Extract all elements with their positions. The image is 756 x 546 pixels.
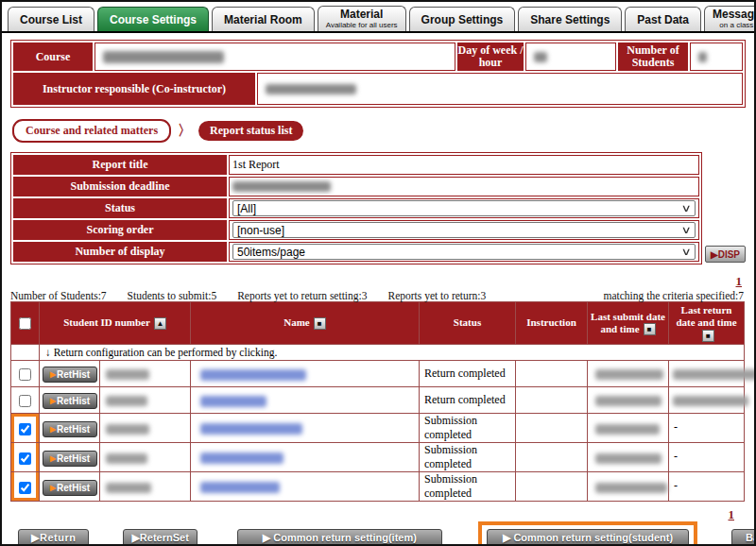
rethist-button-label: RetHist	[57, 453, 90, 464]
tab-material-room[interactable]: Material Room	[212, 7, 315, 31]
redacted-name-link[interactable]	[200, 396, 266, 407]
student-id-cell	[100, 413, 191, 442]
sort-icon[interactable]: ■	[314, 317, 326, 330]
stat-matching-criteria: matching the criteria specified:7	[604, 290, 744, 301]
tab-label: Group Settings	[421, 13, 504, 26]
last-return-cell	[669, 360, 745, 386]
rethist-button[interactable]: ▶RetHist	[43, 451, 97, 467]
tab-sublabel: on a class	[713, 21, 756, 29]
tab-message[interactable]: Messageon a class	[704, 6, 756, 31]
num-students-value	[690, 43, 743, 71]
number-of-display-cell: 50items/page∨	[229, 242, 699, 262]
status-select[interactable]: [All]∨	[232, 200, 696, 216]
last-return-cell: -	[669, 442, 745, 471]
disp-button[interactable]: ▶DISP	[705, 246, 746, 263]
common-return-setting-student-button[interactable]: ▶ Common return setting(student)	[487, 529, 689, 546]
row-checkbox[interactable]	[19, 423, 31, 435]
row-checkbox[interactable]	[19, 452, 31, 465]
number-of-display-select[interactable]: 50items/page∨	[232, 244, 696, 260]
tab-course-settings[interactable]: Course Settings	[97, 7, 209, 31]
filter-table: Report title 1st Report Submission deadl…	[10, 152, 702, 264]
tab-course-list[interactable]: Course List	[8, 7, 94, 31]
scoring-order-label: Scoring order	[13, 220, 227, 240]
redacted-student-id	[106, 453, 147, 464]
select-all-checkbox[interactable]	[19, 317, 31, 330]
redacted-name-link[interactable]	[200, 452, 284, 464]
tab-label: Past Data	[637, 13, 689, 26]
redacted-deadline-value	[232, 181, 331, 192]
breadcrumb: Course and related matters 〉 Report stat…	[12, 119, 746, 143]
instruction-cell	[516, 471, 588, 501]
redacted-last-submit	[595, 396, 662, 406]
day-of-week-label: Day of week / hour	[457, 43, 524, 71]
row-checkbox[interactable]	[19, 368, 31, 381]
scoring-order-select[interactable]: [non-use]∨	[232, 222, 696, 238]
row-checkbox-cell	[11, 442, 40, 471]
tab-label: Course Settings	[110, 13, 197, 26]
chevron-down-icon: ∨	[680, 246, 691, 258]
page-1-link-bottom[interactable]: 1	[729, 507, 735, 521]
return-button[interactable]: ▶Return	[18, 529, 89, 546]
highlight-box-common-student: ▶ Common return setting(student)	[478, 521, 697, 546]
course-info-table: Course Day of week / hour Number of Stud…	[10, 40, 746, 108]
redacted-student-id	[106, 396, 147, 406]
redacted-last-submit	[595, 424, 660, 435]
redacted-day-value	[534, 52, 547, 62]
rethist-button[interactable]: ▶RetHist	[43, 480, 97, 496]
tab-past-data[interactable]: Past Data	[625, 7, 701, 31]
header-select-all-cell	[11, 302, 40, 345]
instructor-label: Instructor responsible (Co-instructor)	[13, 73, 255, 105]
tab-material[interactable]: MaterialAvailable for all users	[318, 6, 406, 31]
last-return-header-label: Last return date and time	[676, 304, 736, 328]
number-of-display-label: Number of display	[13, 242, 227, 262]
sort-asc-icon[interactable]: ▲	[154, 317, 166, 330]
last-return-cell: -	[669, 413, 745, 442]
instruction-cell	[516, 386, 588, 413]
status-filter-label: Status	[13, 198, 227, 218]
status-cell: Return completed	[420, 386, 516, 413]
stat-students-to-submit: Students to submit:5	[128, 290, 217, 301]
last-submit-cell	[588, 413, 669, 442]
rethist-button-label: RetHist	[57, 396, 90, 406]
redacted-course-name	[103, 51, 224, 63]
tab-share-settings[interactable]: Share Settings	[518, 7, 622, 31]
redacted-name-link[interactable]	[200, 369, 306, 381]
common-return-setting-item-button[interactable]: ▶ Common return setting(item)	[237, 529, 442, 546]
header-last-return: Last return date and time■	[669, 302, 745, 345]
last-submit-cell	[588, 386, 669, 413]
return-config-note: ↓ Return configuration can be performed …	[40, 344, 745, 360]
status-select-value: [All]	[237, 202, 256, 215]
sort-icon[interactable]: ■	[702, 330, 714, 342]
redacted-student-id	[106, 483, 151, 493]
reternset-button[interactable]: ▶ReternSet	[123, 529, 197, 546]
redacted-name-link[interactable]	[200, 482, 280, 493]
table-note-row: ↓ Return configuration can be performed …	[11, 344, 745, 360]
scoring-order-select-value: [non-use]	[237, 224, 284, 237]
redacted-name-link[interactable]	[200, 423, 302, 435]
sort-icon[interactable]: ■	[644, 323, 656, 335]
tab-group-settings[interactable]: Group Settings	[409, 7, 516, 31]
status-filter-cell: [All]∨	[229, 198, 699, 218]
rethist-button[interactable]: ▶RetHist	[43, 421, 97, 437]
redacted-last-submit	[595, 483, 667, 493]
report-title-label: Report title	[13, 155, 227, 175]
header-status: Status	[420, 302, 516, 345]
table-header-row: Student ID number▲ Name■ Status Instruct…	[11, 302, 745, 345]
back-button[interactable]: Back	[731, 529, 756, 546]
filter-section: Report title 1st Report Submission deadl…	[10, 152, 746, 264]
redacted-students-value	[698, 52, 707, 62]
table-row: ▶RetHistReturn completed	[11, 360, 745, 386]
row-checkbox[interactable]	[19, 395, 31, 407]
page-1-link-top[interactable]: 1	[736, 274, 743, 288]
last-return-cell: -	[669, 471, 745, 501]
stat-yet-return-setting: Reports yet to return setting:3	[237, 290, 367, 301]
row-checkbox[interactable]	[19, 482, 31, 494]
rethist-button[interactable]: ▶RetHist	[43, 393, 97, 409]
course-label: Course	[13, 43, 93, 71]
report-title-value: 1st Report	[229, 155, 699, 175]
report-title-row: Report title 1st Report	[13, 155, 699, 175]
rethist-button[interactable]: ▶RetHist	[43, 367, 97, 383]
breadcrumb-course-matters[interactable]: Course and related matters	[12, 119, 171, 143]
play-arrow-icon: ▶	[50, 370, 56, 379]
rethist-cell: ▶RetHist	[40, 442, 100, 471]
